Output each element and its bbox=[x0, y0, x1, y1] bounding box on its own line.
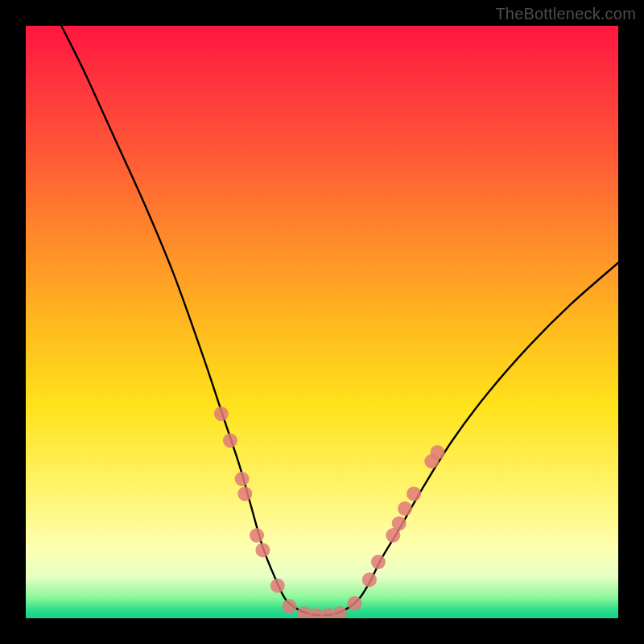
bottleneck-curve bbox=[61, 26, 618, 615]
marker-dot bbox=[431, 445, 445, 460]
watermark-text: TheBottleneck.com bbox=[495, 5, 636, 23]
highlight-markers bbox=[214, 407, 445, 618]
plot-area bbox=[26, 26, 618, 618]
marker-dot bbox=[392, 516, 407, 530]
marker-dot bbox=[250, 528, 264, 543]
marker-dot bbox=[255, 543, 270, 557]
marker-dot bbox=[283, 599, 297, 613]
marker-dot bbox=[214, 407, 229, 421]
marker-dot bbox=[270, 579, 285, 593]
marker-dot bbox=[398, 502, 412, 516]
marker-dot bbox=[371, 555, 386, 569]
curve-layer bbox=[26, 26, 618, 618]
chart-frame: TheBottleneck.com bbox=[0, 0, 644, 644]
marker-dot bbox=[223, 433, 237, 448]
marker-dot bbox=[237, 486, 252, 501]
marker-dot bbox=[348, 597, 362, 611]
marker-dot bbox=[407, 486, 421, 501]
marker-dot bbox=[332, 606, 347, 618]
marker-dot bbox=[362, 572, 377, 587]
marker-dot bbox=[235, 472, 250, 486]
